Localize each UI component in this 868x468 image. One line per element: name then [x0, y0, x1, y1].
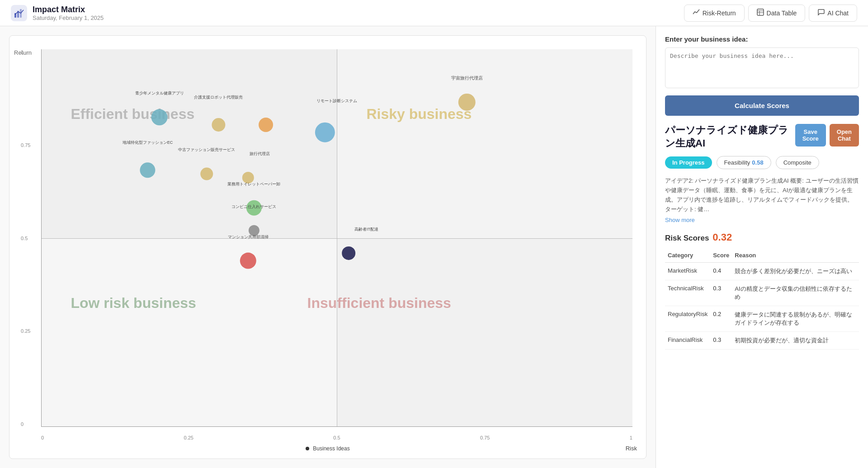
y-tick-75: 0.75 — [21, 142, 30, 148]
show-more-link[interactable]: Show more — [665, 217, 859, 223]
x-tick-75: 0.75 — [480, 435, 490, 440]
y-tick-100: 1 — [21, 49, 30, 55]
chart-area: Efficient business Risky business Low ri… — [0, 26, 656, 468]
table-row: FinancialRisk 0.3 初期投資が必要だが、適切な資金計 — [665, 332, 859, 350]
bubble-label-local: 地域特化型ファッションEC — [122, 140, 173, 145]
x-tick-100: 1 — [630, 435, 632, 440]
bubble-label-mental: 青少年メンタル健康アプリ — [135, 91, 184, 95]
chart-container: Efficient business Risky business Low ri… — [9, 35, 646, 459]
bubble-elderly-it[interactable] — [342, 246, 355, 260]
y-tick-labels: 0 0.25 0.5 0.75 1 — [21, 49, 30, 427]
app-title: Impact Matrix — [33, 5, 104, 14]
chart-legend: Business Ideas — [9, 445, 646, 452]
chart-plot: Efficient business Risky business Low ri… — [41, 49, 632, 427]
top-bar: Impact Matrix Saturday, February 1, 2025… — [0, 0, 868, 26]
app-branding: Impact Matrix Saturday, February 1, 2025 — [11, 5, 104, 21]
table-row: TechnicalRisk 0.3 AIの精度とデータ収集の信頼性に依存するため — [665, 280, 859, 306]
risk-table: Category Score Reason MarketRisk 0.4 競合が… — [665, 248, 859, 350]
input-section-title: Enter your business idea: — [665, 35, 859, 43]
td-score: 0.4 — [710, 263, 732, 280]
legend-dot — [306, 447, 309, 450]
bubble-remote-diagnosis[interactable] — [259, 118, 273, 132]
bubbles-svg: 宇宙旅行代理店 青少年メンタル健康アプリ リモート診断システム 介護支援ロボット… — [41, 49, 632, 427]
td-score: 0.3 — [710, 332, 732, 350]
legend-label: Business Ideas — [313, 445, 349, 452]
business-idea-input[interactable] — [665, 47, 859, 88]
idea-header: パーソナライズド健康プラン生成AI SaveScore OpenChat — [665, 124, 859, 150]
idea-title: パーソナライズド健康プラン生成AI — [665, 124, 790, 150]
ai-chat-icon — [817, 9, 825, 18]
composite-badge: Composite — [776, 156, 819, 169]
top-navigation: Risk-Return Data Table AI Chat — [684, 5, 857, 22]
td-reason: 初期投資が必要だが、適切な資金計 — [732, 332, 859, 350]
x-tick-labels: 0 0.25 0.5 0.75 1 — [41, 435, 632, 440]
bubble-large-blue[interactable] — [315, 123, 335, 142]
td-category: RegulatoryRisk — [665, 306, 710, 332]
bubble-label-space: 宇宙旅行代理店 — [451, 76, 483, 80]
risk-scores-section: Risk Scores 0.32 Category Score Reason M… — [665, 232, 859, 350]
bubble-label-travel: 旅行代理店 — [250, 151, 270, 156]
table-row: RegulatoryRisk 0.2 健康データに関連する規制があるが、明確なガ… — [665, 306, 859, 332]
x-tick-25: 0.25 — [184, 435, 193, 440]
calculate-scores-button[interactable]: Calculate Scores — [665, 95, 859, 116]
main-content: Efficient business Risky business Low ri… — [0, 26, 868, 468]
td-category: TechnicalRisk — [665, 280, 710, 306]
td-category: MarketRisk — [665, 263, 710, 280]
app-date: Saturday, February 1, 2025 — [33, 14, 104, 21]
risk-scores-header: Risk Scores 0.32 — [665, 232, 859, 248]
bubble-used-fashion[interactable] — [200, 168, 213, 180]
y-tick-25: 0.25 — [21, 328, 30, 334]
y-tick-0: 0 — [21, 421, 30, 427]
bubble-label-mansion: マンション共用部清掃 — [228, 235, 269, 239]
idea-actions: SaveScore OpenChat — [795, 124, 859, 147]
bubble-label-elderly: 高齢者IT配達 — [354, 227, 378, 232]
right-panel: Enter your business idea: Calculate Scor… — [656, 26, 868, 468]
bubble-label-nursing: 介護支援ロボット代理販売 — [194, 95, 243, 99]
risk-scores-title: Risk Scores — [665, 234, 709, 243]
bubble-label-remote: リモート診断システム — [316, 99, 357, 103]
svg-rect-3 — [757, 9, 764, 15]
y-tick-50: 0.5 — [21, 236, 30, 241]
td-reason: 健康データに関連する規制があるが、明確なガイドラインが存在する — [732, 306, 859, 332]
status-row: In Progress Feasibility 0.58 Composite — [665, 156, 859, 169]
bubble-local-ec[interactable] — [140, 162, 155, 178]
bubble-label-convenience: コンビニ仕入れサービス — [231, 204, 276, 209]
risk-return-icon — [693, 9, 700, 18]
nav-data-table[interactable]: Data Table — [748, 5, 806, 22]
save-score-button[interactable]: SaveScore — [795, 124, 826, 147]
open-chat-button[interactable]: OpenChat — [830, 124, 859, 147]
td-category: FinancialRisk — [665, 332, 710, 350]
bubble-mansion-clean[interactable] — [240, 253, 256, 269]
status-badge: In Progress — [665, 156, 712, 169]
feasibility-label: Feasibility — [724, 159, 750, 166]
risk-value: 0.32 — [712, 232, 732, 243]
th-reason: Reason — [732, 248, 859, 263]
idea-description: アイデア2: パーソナライズド健康プラン生成AI 概要: ユーザーの生活習慣や健… — [665, 176, 859, 214]
x-tick-50: 0.5 — [333, 435, 340, 440]
x-tick-0: 0 — [41, 435, 44, 440]
bubble-nursing-support[interactable] — [212, 118, 225, 132]
data-table-icon — [757, 9, 764, 18]
feasibility-badge: Feasibility 0.58 — [717, 156, 771, 169]
td-reason: AIの精度とデータ収集の信頼性に依存するため — [732, 280, 859, 306]
th-score: Score — [710, 248, 732, 263]
table-row: MarketRisk 0.4 競合が多く差別化が必要だが、ニーズは高い — [665, 263, 859, 280]
td-score: 0.3 — [710, 280, 732, 306]
nav-risk-return[interactable]: Risk-Return — [684, 5, 745, 22]
td-reason: 競合が多く差別化が必要だが、ニーズは高い — [732, 263, 859, 280]
app-info: Impact Matrix Saturday, February 1, 2025 — [33, 5, 104, 21]
bubble-label-used-fashion: 中古ファッション販売サービス — [178, 147, 235, 152]
bubble-mental-health[interactable] — [151, 109, 168, 125]
app-icon — [11, 5, 27, 21]
bubble-space-travel[interactable] — [458, 94, 476, 111]
table-header-row: Category Score Reason — [665, 248, 859, 263]
th-category: Category — [665, 248, 710, 263]
nav-ai-chat[interactable]: AI Chat — [809, 5, 857, 22]
bubble-label-toilet: 業務用トイレットペーパー卸 — [227, 182, 280, 186]
feasibility-value: 0.58 — [752, 159, 763, 166]
td-score: 0.2 — [710, 306, 732, 332]
x-axis-label: Risk — [626, 445, 637, 452]
